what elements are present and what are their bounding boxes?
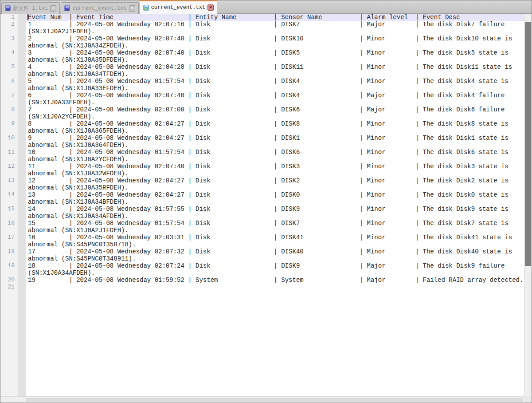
fold-margin-cell (18, 92, 26, 106)
horizontal-scrollbar-thumb[interactable] (26, 398, 523, 402)
scrollbar-corner (524, 396, 532, 403)
fold-margin-cell (18, 35, 26, 49)
editor-line: 43 | 2024-05-08 Wednesday 02:07:40 | Dis… (0, 49, 532, 63)
line-number: 8 (0, 106, 18, 120)
horizontal-scrollbar[interactable] (0, 396, 524, 403)
line-text[interactable]: 16 | 2024-05-08 Wednesday 02:03:31 | Dis… (26, 234, 532, 248)
fold-margin-cell (18, 277, 26, 284)
line-text[interactable]: 11 | 2024-05-08 Wednesday 02:07:40 | Dis… (26, 163, 532, 177)
line-number: 2 (0, 21, 18, 35)
vertical-scrollbar-thumb[interactable] (525, 22, 531, 266)
fold-margin-cell (18, 21, 26, 35)
current-line-text[interactable]: Event Num | Event Time | Entity Name | S… (26, 14, 532, 21)
line-text[interactable]: 4 | 2024-05-08 Wednesday 02:04:28 | Disk… (26, 63, 532, 78)
line-text[interactable]: 13 | 2024-05-08 Wednesday 02:04:27 | Dis… (26, 191, 532, 205)
fold-margin-cell (18, 234, 26, 248)
line-number: 17 (0, 234, 18, 248)
floppy-disk-icon (143, 5, 149, 11)
tab-1[interactable]: 新文件 1.txt× (1, 2, 60, 14)
tab-2[interactable]: current_event.txt× (61, 2, 138, 14)
editor-line: 1312 | 2024-05-08 Wednesday 02:04:27 | D… (0, 177, 532, 191)
close-icon[interactable]: × (207, 4, 214, 11)
line-number: 9 (0, 120, 18, 134)
fold-margin-cell (18, 284, 26, 291)
line-text[interactable]: 8 | 2024-05-08 Wednesday 02:04:27 | Disk… (26, 120, 532, 134)
editor-line: 76 | 2024-05-08 Wednesday 02:07:40 | Dis… (0, 92, 532, 106)
editor-line: 1514 | 2024-05-08 Wednesday 01:57:55 | D… (0, 205, 532, 220)
line-text[interactable]: 9 | 2024-05-08 Wednesday 02:04:27 | Disk… (26, 134, 532, 149)
line-number: 4 (0, 49, 18, 63)
fold-margin-cell (18, 248, 26, 262)
line-number: 6 (0, 78, 18, 92)
editor-line: 21 | 2024-05-08 Wednesday 02:07:16 | Dis… (0, 21, 532, 35)
line-number: 11 (0, 149, 18, 163)
line-text[interactable]: 7 | 2024-05-08 Wednesday 02:07:00 | Disk… (26, 106, 532, 120)
fold-margin-cell (18, 220, 26, 234)
editor-line: 1918 | 2024-05-08 Wednesday 02:07:24 | D… (0, 262, 532, 277)
close-icon[interactable]: × (129, 5, 135, 12)
line-number: 16 (0, 220, 18, 234)
editor-line: 1817 | 2024-05-08 Wednesday 02:07:32 | D… (0, 248, 532, 262)
text-content: 1Event Num | Event Time | Entity Name | … (0, 14, 532, 291)
line-number: 3 (0, 35, 18, 49)
tab-bar: 新文件 1.txt×current_event.txt×current_even… (0, 0, 532, 14)
fold-margin-cell (18, 14, 26, 21)
editor-line: 87 | 2024-05-08 Wednesday 02:07:00 | Dis… (0, 106, 532, 120)
fold-margin-cell (18, 163, 26, 177)
fold-margin-cell (18, 106, 26, 120)
line-text[interactable]: 5 | 2024-05-08 Wednesday 01:57:54 | Disk… (26, 78, 532, 92)
fold-margin-cell (18, 120, 26, 134)
tab-label: current_event.txt (151, 4, 205, 11)
line-text[interactable]: 12 | 2024-05-08 Wednesday 02:04:27 | Dis… (26, 177, 532, 191)
text-caret (27, 14, 28, 20)
editor-line: 32 | 2024-05-08 Wednesday 02:07:40 | Dis… (0, 35, 532, 49)
line-text[interactable]: 10 | 2024-05-08 Wednesday 01:57:54 | Dis… (26, 149, 532, 163)
editor-line: 2019 | 2024-05-08 Wednesday 01:59:52 | S… (0, 277, 532, 284)
line-number: 7 (0, 92, 18, 106)
fold-margin-cell (18, 262, 26, 277)
line-text[interactable]: 6 | 2024-05-08 Wednesday 02:07:40 | Disk… (26, 92, 532, 106)
fold-margin-cell (18, 78, 26, 92)
vertical-scrollbar[interactable] (524, 14, 532, 396)
text-editor-window: 新文件 1.txt×current_event.txt×current_even… (0, 0, 532, 403)
line-text[interactable]: 18 | 2024-05-08 Wednesday 02:07:24 | Dis… (26, 262, 532, 277)
close-icon[interactable]: × (50, 5, 56, 12)
editor-line: 1413 | 2024-05-08 Wednesday 02:04:27 | D… (0, 191, 532, 205)
line-text[interactable]: 1 | 2024-05-08 Wednesday 02:07:16 | Disk… (26, 21, 532, 35)
floppy-disk-icon (64, 5, 70, 11)
editor-line: 21 (0, 284, 532, 291)
editor-line: 65 | 2024-05-08 Wednesday 01:57:54 | Dis… (0, 78, 532, 92)
tab-label: 新文件 1.txt (13, 4, 48, 12)
line-number: 15 (0, 205, 18, 220)
editor-area[interactable]: 1Event Num | Event Time | Entity Name | … (0, 14, 532, 403)
line-text[interactable]: 3 | 2024-05-08 Wednesday 02:07:40 | Disk… (26, 49, 532, 63)
line-text[interactable] (26, 284, 532, 291)
tab-label: current_event.txt (72, 5, 126, 12)
line-text[interactable]: 2 | 2024-05-08 Wednesday 02:07:40 | Disk… (26, 35, 532, 49)
floppy-disk-icon (5, 5, 11, 11)
editor-line: 1Event Num | Event Time | Entity Name | … (0, 14, 532, 21)
tab-active-3[interactable]: current_event.txt× (140, 0, 217, 14)
line-number: 13 (0, 177, 18, 191)
editor-line: 109 | 2024-05-08 Wednesday 02:04:27 | Di… (0, 134, 532, 149)
line-text[interactable]: 15 | 2024-05-08 Wednesday 01:57:54 | Dis… (26, 220, 532, 234)
editor-line: 54 | 2024-05-08 Wednesday 02:04:28 | Dis… (0, 63, 532, 78)
line-text[interactable]: 19 | 2024-05-08 Wednesday 01:59:52 | Sys… (26, 277, 532, 284)
fold-margin-cell (18, 149, 26, 163)
line-number: 19 (0, 262, 18, 277)
line-text[interactable]: 17 | 2024-05-08 Wednesday 02:07:32 | Dis… (26, 248, 532, 262)
fold-margin-cell (18, 134, 26, 149)
editor-line: 1716 | 2024-05-08 Wednesday 02:03:31 | D… (0, 234, 532, 248)
line-number: 1 (0, 14, 18, 21)
fold-margin-cell (18, 49, 26, 63)
editor-line: 1110 | 2024-05-08 Wednesday 01:57:54 | D… (0, 149, 532, 163)
editor-line: 1615 | 2024-05-08 Wednesday 01:57:54 | D… (0, 220, 532, 234)
fold-margin-cell (18, 63, 26, 78)
line-number: 20 (0, 277, 18, 284)
line-number: 12 (0, 163, 18, 177)
line-text[interactable]: 14 | 2024-05-08 Wednesday 01:57:55 | Dis… (26, 205, 532, 220)
fold-margin-cell (18, 191, 26, 205)
line-number: 14 (0, 191, 18, 205)
line-number: 5 (0, 63, 18, 78)
line-number: 21 (0, 284, 18, 291)
